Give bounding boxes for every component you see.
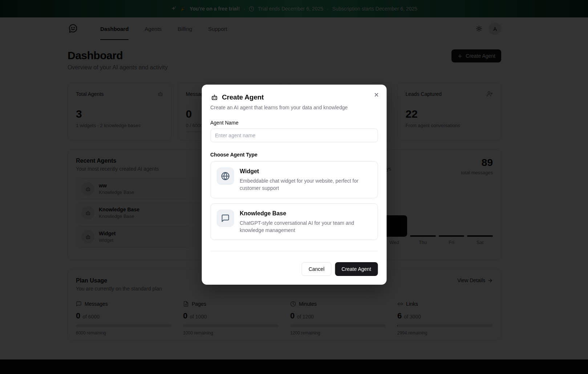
option-description: ChatGPT-style conversational AI for your…: [240, 219, 363, 234]
option-title: Widget: [240, 168, 363, 175]
chat-bubble-icon: [216, 210, 234, 227]
modal-subtitle: Create an AI agent that learns from your…: [210, 105, 378, 110]
option-description: Embeddable chat widget for your website,…: [240, 177, 363, 192]
option-title: Knowledge Base: [240, 210, 363, 217]
modal-create-agent-button[interactable]: Create Agent: [335, 262, 378, 276]
close-icon[interactable]: [373, 91, 380, 98]
agent-name-input[interactable]: [210, 129, 378, 142]
modal-divider: [210, 251, 378, 251]
choose-agent-type-label: Choose Agent Type: [210, 152, 378, 158]
bot-icon: [210, 93, 218, 101]
agent-type-option-widget[interactable]: Widget Embeddable chat widget for your w…: [210, 161, 378, 198]
globe-icon: [216, 167, 234, 185]
agent-name-label: Agent Name: [210, 120, 378, 126]
modal-title: Create Agent: [222, 93, 264, 101]
create-agent-modal: Create Agent Create an AI agent that lea…: [202, 85, 386, 285]
agent-type-option-knowledge-base[interactable]: Knowledge Base ChatGPT-style conversatio…: [210, 203, 378, 240]
cancel-button[interactable]: Cancel: [302, 262, 332, 276]
